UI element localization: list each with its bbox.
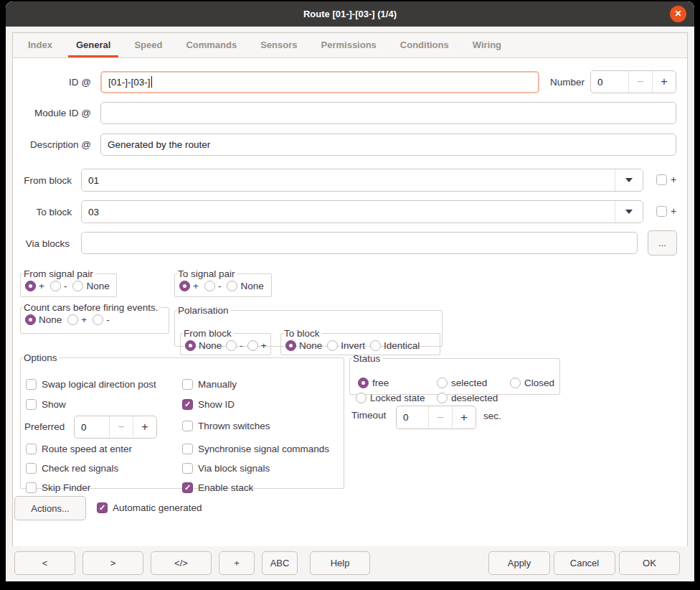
show-checkbox[interactable]: [26, 399, 37, 410]
from-signal-pair-none-option[interactable]: None: [72, 281, 109, 291]
tab-conditions[interactable]: Conditions: [392, 33, 457, 57]
polarisation-from-block-legend: From block: [183, 328, 234, 339]
add-button[interactable]: +: [219, 551, 255, 575]
ok-button[interactable]: OK: [619, 551, 680, 575]
swap-logical-direction-checkbox[interactable]: [26, 379, 37, 390]
from-block-dropdown-button[interactable]: [615, 169, 643, 191]
radio-icon[interactable]: [50, 281, 61, 291]
radio-icon[interactable]: [93, 314, 103, 325]
cancel-button[interactable]: Cancel: [554, 551, 615, 575]
to-signal-pair-minus-option[interactable]: -: [204, 281, 222, 291]
titlebar[interactable]: Route [01-]-[03-] (1/4) ✕: [6, 1, 694, 27]
polarisation-legend: Polarisation: [177, 305, 231, 316]
radio-icon[interactable]: [510, 378, 521, 388]
radio-icon[interactable]: [185, 340, 196, 351]
to-block-combobox[interactable]: 03: [81, 200, 643, 223]
count-cars-none-option[interactable]: None: [25, 314, 62, 325]
to-block-add-checkbox[interactable]: [656, 206, 667, 217]
status-deselected-label[interactable]: deselected: [451, 393, 498, 404]
apply-button[interactable]: Apply: [488, 551, 550, 575]
to-signal-pair-plus-option[interactable]: +: [179, 281, 199, 291]
tab-wiring[interactable]: Wiring: [465, 33, 509, 57]
id-input[interactable]: [01-]-[03-]: [100, 71, 539, 93]
to-block-dropdown-button[interactable]: [615, 201, 643, 223]
via-blocks-browse-button[interactable]: ...: [648, 230, 677, 256]
radio-icon[interactable]: [67, 314, 78, 325]
status-closed-label[interactable]: Closed: [524, 378, 554, 389]
timeout-increment-button[interactable]: +: [452, 406, 476, 429]
timeout-value[interactable]: 0: [397, 406, 428, 429]
preferred-increment-button[interactable]: +: [133, 416, 156, 438]
status-locked-state-label[interactable]: Locked state: [370, 393, 425, 404]
radio-icon[interactable]: [437, 378, 448, 388]
radio-icon[interactable]: [227, 281, 237, 291]
radio-icon[interactable]: [25, 281, 36, 291]
skip-finder-checkbox[interactable]: [26, 482, 37, 493]
status-free-label[interactable]: free: [372, 378, 389, 389]
count-cars-plus-option[interactable]: +: [67, 314, 87, 325]
pol-from-none-option[interactable]: None: [185, 340, 222, 351]
general-tab-panel: ID @ [01-]-[03-] Number 0 − + Module ID …: [13, 58, 687, 546]
prev-button[interactable]: <: [14, 551, 75, 575]
thrown-switches-label: Thrown switches: [198, 421, 270, 432]
number-decrement-button[interactable]: −: [628, 71, 652, 93]
actions-button[interactable]: Actions...: [14, 496, 86, 520]
to-signal-pair-none-option[interactable]: None: [227, 281, 263, 291]
xml-button[interactable]: </>: [151, 551, 212, 575]
manually-checkbox[interactable]: [182, 379, 193, 390]
module-id-input[interactable]: [100, 102, 676, 124]
help-button[interactable]: Help: [310, 551, 370, 575]
pol-to-invert-option[interactable]: Invert: [327, 340, 365, 351]
via-blocks-input[interactable]: [81, 232, 638, 254]
preferred-decrement-button[interactable]: −: [109, 416, 133, 438]
tab-commands[interactable]: Commands: [178, 33, 245, 57]
radio-icon[interactable]: [204, 281, 215, 291]
tab-speed[interactable]: Speed: [126, 33, 170, 57]
pol-from-minus-option[interactable]: -: [226, 340, 243, 351]
status-selected-label[interactable]: selected: [451, 378, 487, 389]
radio-icon[interactable]: [358, 378, 369, 388]
radio-icon[interactable]: [226, 340, 237, 351]
radio-icon[interactable]: [72, 281, 83, 291]
radio-icon[interactable]: [356, 393, 366, 403]
route-speed-at-enter-checkbox[interactable]: [26, 444, 37, 454]
close-icon[interactable]: ✕: [670, 6, 686, 22]
pol-to-none-option[interactable]: None: [285, 340, 322, 351]
from-signal-pair-plus-option[interactable]: +: [25, 281, 44, 291]
radio-icon[interactable]: [179, 281, 190, 291]
skip-finder-label: Skip Finder: [42, 482, 90, 494]
next-button[interactable]: >: [82, 551, 143, 575]
timeout-decrement-button[interactable]: −: [428, 406, 452, 429]
from-signal-pair-minus-option[interactable]: -: [50, 281, 67, 291]
via-block-signals-checkbox[interactable]: [182, 463, 193, 474]
pol-to-identical-option[interactable]: Identical: [370, 340, 420, 351]
radio-icon[interactable]: [327, 340, 338, 351]
description-input[interactable]: Generated by the router: [100, 134, 676, 156]
radio-icon[interactable]: [285, 340, 296, 351]
synchronise-signal-commands-checkbox[interactable]: [182, 444, 193, 454]
pol-from-plus-option[interactable]: +: [247, 340, 267, 351]
from-block-combobox[interactable]: 01: [81, 169, 643, 192]
radio-icon[interactable]: [25, 314, 36, 325]
check-red-signals-checkbox[interactable]: [26, 463, 37, 474]
from-block-add-checkbox[interactable]: [656, 174, 667, 185]
radio-icon[interactable]: [370, 340, 381, 351]
tab-index[interactable]: Index: [20, 33, 60, 57]
count-cars-minus-option[interactable]: -: [93, 314, 110, 325]
chevron-down-icon: [625, 210, 633, 214]
show-id-checkbox[interactable]: [182, 399, 193, 410]
count-cars-group: Count cars before firing events. None + …: [20, 302, 169, 334]
automatic-generated-checkbox[interactable]: [97, 502, 108, 513]
tab-permissions[interactable]: Permissions: [313, 33, 384, 57]
preferred-value[interactable]: 0: [75, 416, 109, 438]
tab-sensors[interactable]: Sensors: [252, 33, 305, 57]
number-increment-button[interactable]: +: [652, 71, 676, 93]
number-value[interactable]: 0: [591, 71, 628, 93]
radio-icon[interactable]: [247, 340, 258, 351]
thrown-switches-checkbox[interactable]: [182, 421, 193, 431]
abc-button[interactable]: ABC: [262, 551, 298, 575]
to-signal-pair-legend: To signal pair: [177, 268, 237, 279]
radio-icon[interactable]: [437, 393, 448, 403]
enable-stack-checkbox[interactable]: [182, 482, 193, 493]
tab-general[interactable]: General: [68, 33, 118, 57]
